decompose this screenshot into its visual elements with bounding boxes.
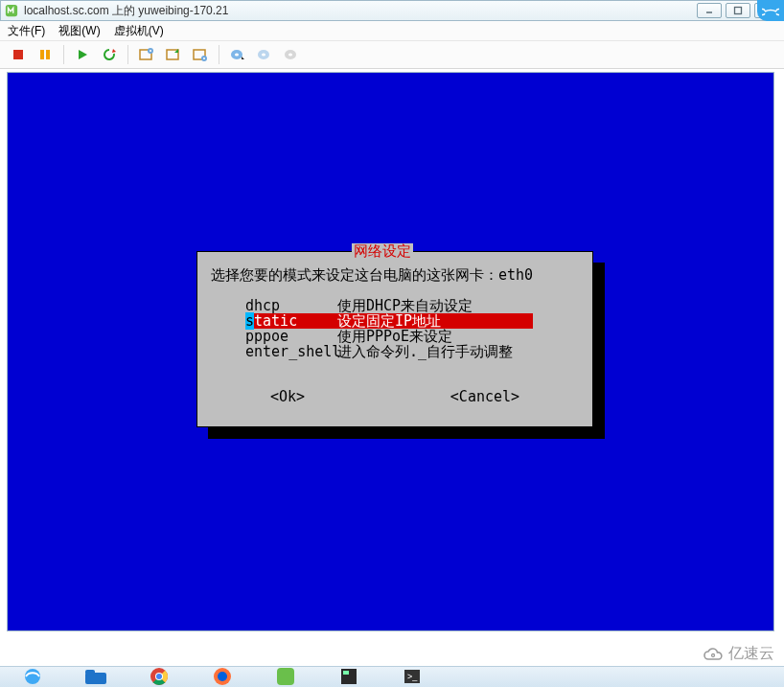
svg-point-21 (262, 53, 265, 56)
corner-badge-icon[interactable] (757, 0, 784, 21)
option-static[interactable]: static 设定固定IP地址 (245, 313, 533, 329)
connect-cd-icon[interactable] (227, 44, 248, 65)
toolbar-separator (63, 45, 64, 64)
pause-icon[interactable] (35, 44, 56, 65)
option-enter-shell[interactable]: enter_shell 进入命令列._自行手动调整 (245, 344, 533, 359)
svg-point-23 (288, 53, 292, 56)
svg-marker-8 (79, 50, 87, 59)
option-pppoe[interactable]: pppoe 使用PPPoE来设定 (245, 329, 533, 344)
toolbar-separator (219, 45, 219, 64)
dialog-title: 网络设定 (352, 243, 413, 259)
cloud-icon (702, 646, 725, 663)
menu-vm[interactable]: 虚拟机(V) (114, 23, 164, 39)
taskbar-folder-icon[interactable] (73, 666, 119, 687)
taskbar-ie-icon[interactable] (10, 666, 56, 687)
svg-rect-2 (735, 8, 742, 14)
svg-rect-5 (13, 50, 23, 59)
play-icon[interactable] (72, 44, 93, 65)
svg-marker-19 (242, 57, 244, 59)
svg-rect-35 (277, 668, 294, 685)
svg-point-25 (25, 669, 40, 684)
option-key: enter_shell (245, 344, 337, 359)
minimize-button[interactable] (697, 3, 722, 18)
snapshot-take-icon[interactable] (136, 44, 157, 65)
snapshot-revert-icon[interactable] (163, 44, 184, 65)
option-desc: 设定固定IP地址 (337, 313, 533, 329)
stop-icon[interactable] (8, 44, 29, 65)
option-desc: 使用DHCP来自动设定 (337, 298, 533, 313)
taskbar: >_ (0, 666, 784, 687)
maximize-button[interactable] (726, 3, 750, 18)
menu-view[interactable]: 视图(W) (58, 23, 100, 39)
titlebar: localhost.sc.com 上的 yuweibing-170.21 (0, 0, 784, 21)
cancel-button[interactable]: <Cancel> (450, 389, 519, 404)
console-area: 网络设定 选择您要的模式来设定这台电脑的这张网卡：eth0 dhcp 使用DHC… (4, 69, 778, 635)
window-title: localhost.sc.com 上的 yuweibing-170.21 (24, 3, 228, 19)
svg-text:>_: >_ (407, 672, 418, 681)
snapshot-manager-icon[interactable] (190, 44, 211, 65)
watermark-text: 亿速云 (728, 644, 774, 664)
option-key: pppoe (245, 329, 337, 344)
watermark: 亿速云 (702, 644, 774, 664)
svg-point-34 (218, 672, 227, 681)
dialog-option-list: dhcp 使用DHCP来自动设定 static 设定固定IP地址 pppoe 使… (245, 298, 533, 359)
option-desc: 使用PPPoE来设定 (337, 329, 533, 344)
dialog-prompt: 选择您要的模式来设定这台电脑的这张网卡：eth0 (211, 267, 533, 283)
svg-point-32 (156, 674, 162, 679)
taskbar-terminal-icon[interactable]: >_ (389, 666, 435, 687)
refresh-icon[interactable] (99, 44, 120, 65)
network-config-dialog: 网络设定 选择您要的模式来设定这台电脑的这张网卡：eth0 dhcp 使用DHC… (196, 251, 593, 427)
taskbar-vmware-icon[interactable] (263, 666, 309, 687)
option-key: static (245, 313, 337, 329)
option-desc: 进入命令列._自行手动调整 (337, 344, 533, 359)
vmware-icon (5, 4, 18, 17)
taskbar-app-icon[interactable] (326, 666, 372, 687)
ok-button[interactable]: <Ok> (270, 389, 305, 404)
taskbar-firefox-icon[interactable] (199, 666, 245, 687)
connect-floppy-icon[interactable] (254, 44, 275, 65)
svg-point-16 (203, 57, 205, 59)
svg-rect-6 (40, 50, 44, 59)
svg-rect-7 (46, 50, 50, 59)
option-key: dhcp (245, 298, 337, 313)
toolbar (0, 40, 784, 69)
dialog-buttons: <Ok> <Cancel> (197, 389, 592, 404)
taskbar-chrome-icon[interactable] (136, 666, 182, 687)
menubar: 文件(F) 视图(W) 虚拟机(V) (0, 21, 784, 40)
vm-console[interactable]: 网络设定 选择您要的模式来设定这台电脑的这张网卡：eth0 dhcp 使用DHC… (7, 72, 774, 631)
svg-rect-37 (343, 671, 349, 675)
svg-rect-27 (85, 670, 95, 675)
connect-device-icon[interactable] (281, 44, 302, 65)
svg-point-18 (235, 53, 239, 56)
option-dhcp[interactable]: dhcp 使用DHCP来自动设定 (245, 298, 533, 313)
menu-file[interactable]: 文件(F) (8, 23, 45, 39)
svg-point-24 (712, 653, 715, 656)
svg-marker-9 (112, 49, 116, 53)
toolbar-separator (127, 45, 128, 64)
